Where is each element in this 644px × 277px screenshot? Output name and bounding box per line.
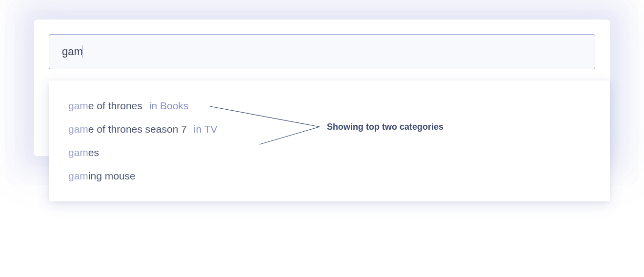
suggestion-match: gam — [68, 123, 88, 135]
autocomplete-dropdown: game of thrones in Books game of thrones… — [49, 80, 610, 201]
search-input-wrapper[interactable]: gam — [49, 34, 595, 69]
suggestion-rest: e of thrones — [88, 100, 142, 111]
suggestion-rest: e of thrones season 7 — [88, 123, 187, 135]
suggestion-category: in TV — [194, 123, 218, 135]
suggestion-item[interactable]: gaming mouse — [49, 164, 610, 188]
suggestion-match: gam — [68, 100, 88, 111]
suggestion-rest: ing mouse — [88, 170, 136, 181]
suggestion-item[interactable]: game of thrones in Books — [49, 94, 610, 118]
suggestion-match: gam — [68, 170, 88, 181]
suggestion-rest: es — [88, 147, 99, 158]
annotation-label: Showing top two categories — [327, 122, 443, 132]
search-input-text: gam — [62, 45, 83, 58]
suggestion-category: in Books — [149, 100, 189, 112]
suggestion-item[interactable]: games — [49, 141, 610, 164]
text-cursor — [82, 45, 82, 58]
suggestion-match: gam — [68, 147, 88, 158]
